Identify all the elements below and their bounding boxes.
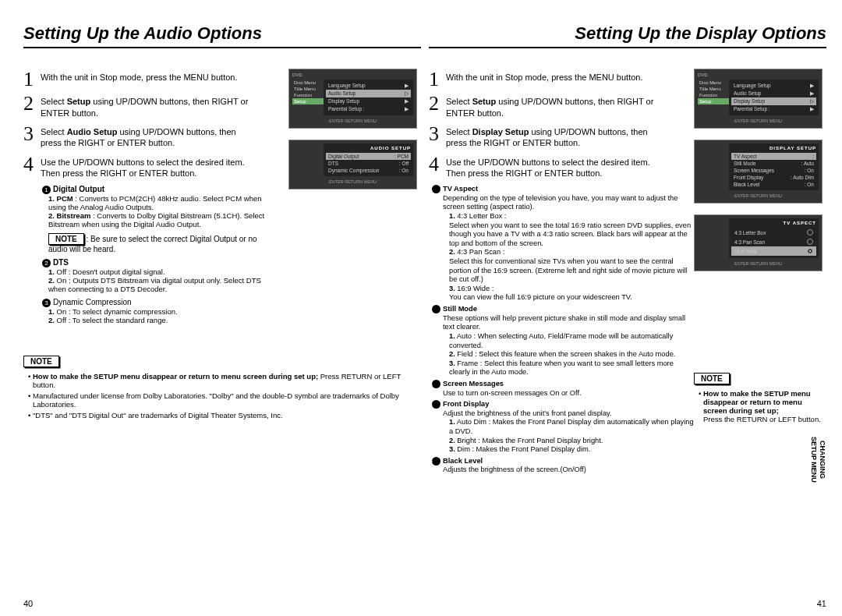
numeral-5-icon: 5 bbox=[432, 457, 440, 466]
detail-item: 1TV AspectDepending on the type of telev… bbox=[443, 185, 694, 303]
step: 4Use the UP/DOWN buttons to select the d… bbox=[23, 155, 257, 179]
screenshots-left: DVD Disc MenuTitle MenuFunctionSetup Lan… bbox=[288, 69, 421, 200]
step-number: 4 bbox=[429, 155, 446, 179]
numeral-2-icon: 2 bbox=[42, 259, 51, 267]
step: 1With the unit in Stop mode, press the M… bbox=[23, 70, 257, 88]
numeral-2-icon: 2 bbox=[432, 305, 440, 313]
step-number: 1 bbox=[23, 70, 41, 88]
step-number: 3 bbox=[23, 125, 41, 149]
step-number: 1 bbox=[429, 70, 446, 88]
tv-tv-aspect: TV ASPECT 4:3 Letter Box4:3 Pan Scan16:9… bbox=[694, 214, 823, 271]
section-tab: CHANGING SETUP MENU bbox=[809, 437, 826, 483]
step: 3Select Display Setup using UP/DOWN butt… bbox=[429, 125, 663, 149]
note-section-left: NOTE How to make the SETUP menu disappea… bbox=[23, 356, 421, 420]
note-badge: NOTE bbox=[23, 356, 59, 367]
detail-item: 2Still ModeThese options will help preve… bbox=[443, 305, 694, 377]
step-number: 2 bbox=[23, 94, 41, 119]
numeral-3-icon: 3 bbox=[432, 380, 440, 388]
note-item: Manufactured under license from Dolby La… bbox=[28, 391, 421, 409]
step-number: 4 bbox=[23, 155, 41, 179]
step-number: 2 bbox=[429, 94, 446, 119]
page-title-right: Setting Up the Display Options bbox=[429, 23, 826, 48]
note-item: "DTS" and "DTS Digital Out" are trademar… bbox=[28, 411, 421, 420]
page-number-right: 41 bbox=[817, 599, 826, 608]
tv-audio-setup: AUDIO SETUP Digital Output: PCMDTS: OffD… bbox=[288, 140, 417, 189]
page-number-left: 40 bbox=[23, 599, 33, 608]
tv-display-setup: DISPLAY SETUP TV Aspect:Still Mode: Auto… bbox=[694, 140, 823, 204]
digital-output-section: 1Digital Output 1. PCM : Converts to PCM… bbox=[42, 185, 268, 253]
step-text: Select Setup using UP/DOWN buttons, then… bbox=[41, 94, 257, 119]
note-badge: NOTE bbox=[694, 373, 730, 384]
page-title-left: Setting Up the Audio Options bbox=[23, 23, 421, 48]
numeral-3-icon: 3 bbox=[42, 299, 51, 307]
dts-section: 2DTS 1. Off : Doesn't output digital sig… bbox=[42, 258, 268, 293]
step-text: Select Audio Setup using UP/DOWN buttons… bbox=[41, 125, 257, 149]
numeral-1-icon: 1 bbox=[42, 186, 51, 194]
step: 3Select Audio Setup using UP/DOWN button… bbox=[23, 125, 257, 149]
step-text: With the unit in Stop mode, press the ME… bbox=[41, 70, 257, 88]
numeral-4-icon: 4 bbox=[432, 400, 440, 409]
step-number: 3 bbox=[429, 125, 446, 149]
step-text: Use the UP/DOWN buttons to select the de… bbox=[41, 155, 257, 179]
note-section-right: NOTE • How to make the SETUP menu disapp… bbox=[694, 373, 826, 423]
step-text: Select Display Setup using UP/DOWN butto… bbox=[446, 125, 663, 149]
steps-left: 1With the unit in Stop mode, press the M… bbox=[23, 70, 257, 179]
page-41: Setting Up the Display Options 1With the… bbox=[429, 23, 826, 608]
screenshots-right: DVD Disc MenuTitle MenuFunctionSetup Lan… bbox=[694, 69, 826, 423]
note-item: How to make the SETUP menu disappear or … bbox=[28, 372, 421, 389]
step-text: Select Setup using UP/DOWN buttons, then… bbox=[446, 94, 663, 119]
detail-item: 4Front DisplayAdjust the brightness of t… bbox=[443, 400, 694, 455]
detail-item: 3Screen MessagesUse to turn on-screen me… bbox=[443, 380, 694, 398]
page-40: Setting Up the Audio Options 1With the u… bbox=[23, 23, 421, 608]
tv-setup-menu-2: DVD Disc MenuTitle MenuFunctionSetup Lan… bbox=[694, 69, 823, 129]
display-option-details: 1TV AspectDepending on the type of telev… bbox=[429, 185, 694, 475]
step-text: Use the UP/DOWN buttons to select the de… bbox=[446, 155, 663, 179]
numeral-1-icon: 1 bbox=[432, 185, 440, 193]
step: 1With the unit in Stop mode, press the M… bbox=[429, 70, 663, 88]
step: 2Select Setup using UP/DOWN buttons, the… bbox=[429, 94, 663, 119]
step-text: With the unit in Stop mode, press the ME… bbox=[446, 70, 663, 88]
note-badge: NOTE bbox=[48, 233, 84, 245]
tv-setup-menu: DVD Disc MenuTitle MenuFunctionSetup Lan… bbox=[288, 69, 417, 129]
detail-item: 5Black LevelAdjusts the brightness of th… bbox=[443, 457, 694, 475]
dynamic-compression-section: 3Dynamic Compression 1. On : To select d… bbox=[42, 298, 268, 324]
step: 4Use the UP/DOWN buttons to select the d… bbox=[429, 155, 663, 179]
step: 2Select Setup using UP/DOWN buttons, the… bbox=[23, 94, 257, 119]
steps-right: 1With the unit in Stop mode, press the M… bbox=[429, 70, 663, 179]
